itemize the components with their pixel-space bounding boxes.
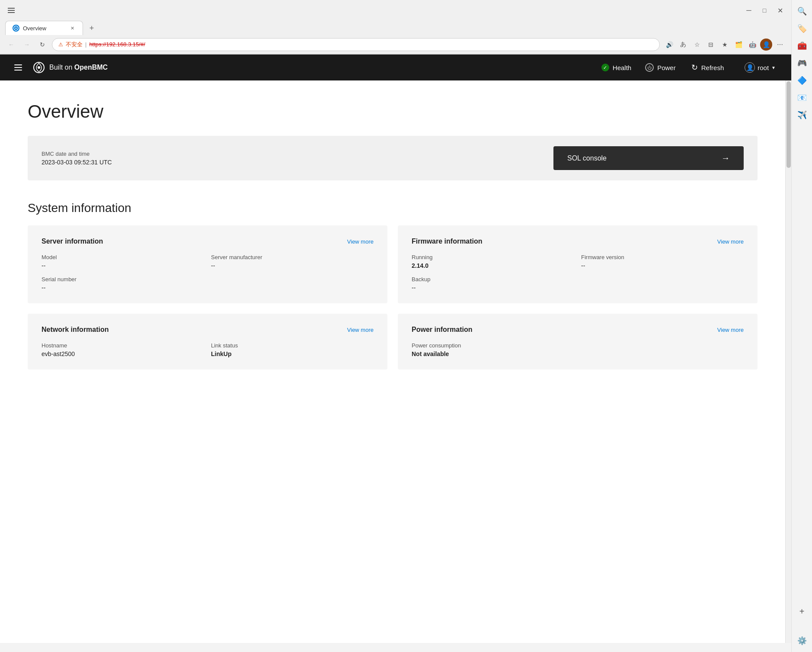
title-bar-left (5, 4, 17, 16)
search-sidebar-icon[interactable]: 🔍 (794, 3, 810, 19)
svg-point-5 (38, 66, 40, 69)
minimize-button[interactable]: ─ (743, 4, 755, 16)
read-aloud-icon[interactable]: 🔊 (663, 39, 675, 51)
address-bar: ← → ↻ ⚠ 不安全 | https://192.168.3.15/#/ 🔊 … (0, 35, 791, 54)
hamburger-menu[interactable] (10, 60, 26, 75)
active-tab[interactable]: Overview ✕ (5, 21, 83, 35)
forward-button[interactable]: → (21, 39, 33, 51)
content-area: Overview BMC date and time 2023-03-03 09… (0, 80, 791, 643)
power-info-card: Power information View more Power consum… (398, 314, 758, 369)
games-sidebar-icon[interactable]: 🎮 (794, 55, 810, 71)
tab-favicon (13, 25, 19, 32)
power-card-header: Power information View more (412, 326, 744, 334)
browser-extension-sidebar: 🔍 🏷️ 🧰 🎮 🔷 📧 ✈️ + ⚙️ (791, 0, 812, 652)
server-serial-field: Serial number -- (42, 276, 204, 291)
more-options-icon[interactable]: ⋯ (774, 39, 786, 51)
close-button[interactable]: ✕ (774, 4, 786, 16)
sidebar-toggle[interactable] (5, 4, 17, 16)
chat-sidebar-icon[interactable]: ✈️ (794, 107, 810, 123)
reload-button[interactable]: ↻ (36, 39, 48, 51)
server-manufacturer-label: Server manufacturer (211, 254, 374, 260)
translate-icon[interactable]: あ (677, 39, 689, 51)
power-consumption-field: Power consumption Not available (412, 342, 574, 357)
page-title: Overview (28, 101, 758, 122)
user-icon: 👤 (745, 62, 755, 73)
firmware-backup-value: -- (412, 284, 574, 291)
favorites-icon[interactable]: ☆ (691, 39, 703, 51)
refresh-button[interactable]: ↻ Refresh (686, 60, 729, 75)
server-model-value: -- (42, 262, 204, 269)
browser-chrome: ─ □ ✕ Overview ✕ + ← → ↻ (0, 0, 791, 55)
profile-icon[interactable]: 👤 (760, 39, 772, 51)
power-status[interactable]: ⏻ Power (645, 63, 676, 72)
split-screen-icon[interactable]: ⊟ (705, 39, 717, 51)
tag-sidebar-icon[interactable]: 🏷️ (794, 21, 810, 36)
network-card-title: Network information (42, 326, 109, 334)
server-serial-label: Serial number (42, 276, 204, 283)
svg-rect-3 (14, 70, 22, 71)
health-status[interactable]: Health (601, 64, 631, 71)
server-model-field: Model -- (42, 254, 204, 269)
power-label: Power (657, 64, 676, 71)
network-link-status-field: Link status LinkUp (211, 342, 374, 357)
new-tab-button[interactable]: + (85, 21, 99, 35)
server-card-fields: Model -- Server manufacturer -- Serial n… (42, 254, 374, 291)
power-card-title: Power information (412, 326, 472, 334)
firmware-card-header: Firmware information View more (412, 238, 744, 245)
power-card-fields: Power consumption Not available (412, 342, 744, 357)
firmware-view-more-link[interactable]: View more (717, 238, 744, 245)
user-label: root (758, 64, 769, 71)
azure-sidebar-icon[interactable]: 🔷 (794, 73, 810, 88)
tab-title: Overview (23, 25, 46, 32)
bmc-date-value: 2023-03-03 09:52:31 UTC (42, 159, 112, 166)
sol-console-label: SOL console (567, 154, 607, 162)
firmware-info-card: Firmware information View more Running 2… (398, 225, 758, 303)
refresh-icon: ↻ (691, 63, 698, 72)
firmware-version-field: Firmware version -- (581, 254, 744, 269)
firmware-card-fields: Running 2.14.0 Firmware version -- Backu… (412, 254, 744, 291)
favorites-panel-icon[interactable]: ★ (719, 39, 731, 51)
settings-sidebar-icon[interactable]: ⚙️ (794, 633, 810, 649)
server-manufacturer-value: -- (211, 262, 374, 269)
email-sidebar-icon[interactable]: 📧 (794, 90, 810, 106)
power-circle-icon: ⏻ (645, 63, 654, 72)
server-serial-value: -- (42, 284, 204, 291)
sol-console-button[interactable]: SOL console → (553, 146, 744, 170)
firmware-version-value: -- (581, 262, 744, 269)
network-hostname-label: Hostname (42, 342, 204, 349)
network-view-more-link[interactable]: View more (347, 327, 374, 333)
network-link-status-value: LinkUp (211, 350, 374, 357)
main-content: Overview BMC date and time 2023-03-03 09… (0, 80, 785, 643)
firmware-version-label: Firmware version (581, 254, 744, 260)
copilot-icon[interactable]: 🤖 (746, 39, 758, 51)
firmware-running-value: 2.14.0 (412, 262, 574, 269)
refresh-label: Refresh (701, 64, 724, 71)
server-info-card: Server information View more Model -- Se… (28, 225, 387, 303)
user-menu[interactable]: 👤 root ▼ (739, 60, 781, 75)
scrollbar-thumb[interactable] (786, 81, 791, 168)
info-cards-grid: Server information View more Model -- Se… (28, 225, 758, 369)
back-button[interactable]: ← (5, 39, 17, 51)
tools-sidebar-icon[interactable]: 🧰 (794, 38, 810, 54)
system-info-title: System information (28, 201, 758, 215)
collections-icon[interactable]: 🗂️ (732, 39, 745, 51)
address-tools: 🔊 あ ☆ ⊟ ★ 🗂️ 🤖 👤 ⋯ (663, 39, 786, 51)
maximize-button[interactable]: □ (758, 4, 770, 16)
plus-sidebar-icon[interactable]: + (794, 604, 810, 619)
address-input[interactable]: ⚠ 不安全 | https://192.168.3.15/#/ (52, 38, 660, 51)
scrollbar-track[interactable] (785, 80, 791, 643)
brand-text: Built on OpenBMC (49, 64, 108, 71)
server-card-header: Server information View more (42, 238, 374, 245)
health-label: Health (613, 64, 631, 71)
server-view-more-link[interactable]: View more (347, 238, 374, 245)
network-card-header: Network information View more (42, 326, 374, 334)
sol-console-arrow-icon: → (721, 153, 730, 163)
tab-close-button[interactable]: ✕ (69, 25, 76, 32)
bmc-date-card: BMC date and time 2023-03-03 09:52:31 UT… (28, 136, 758, 180)
insecure-label: 不安全 (66, 41, 83, 48)
firmware-backup-label: Backup (412, 276, 574, 283)
power-consumption-value: Not available (412, 350, 574, 357)
power-consumption-label: Power consumption (412, 342, 574, 349)
app-navbar: Built on OpenBMC Health ⏻ Power ↻ Refres… (0, 55, 791, 80)
power-view-more-link[interactable]: View more (717, 327, 744, 333)
